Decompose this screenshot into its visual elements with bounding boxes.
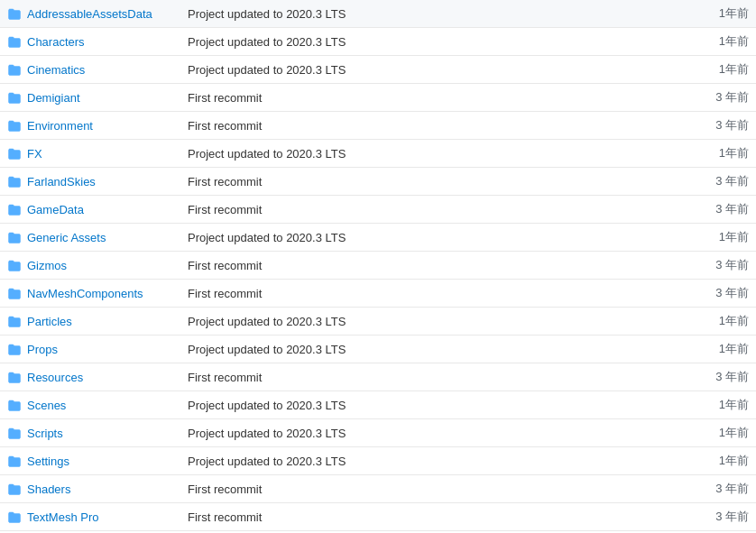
folder-name-link[interactable]: Settings [27, 455, 69, 468]
folder-name-link[interactable]: Scenes [27, 399, 66, 412]
folder-name-link[interactable]: GameData [27, 203, 84, 216]
col-commit-11: Project updated to 2020.3 LTS [188, 315, 677, 328]
col-commit-3: First recommit [188, 91, 677, 105]
folder-name-link[interactable]: TextMesh Pro [27, 510, 98, 524]
folder-name-link[interactable]: Resources [27, 371, 83, 384]
folder-name-link[interactable]: Particles [27, 315, 72, 328]
col-commit-18: First recommit [188, 510, 677, 524]
commit-message-link[interactable]: First recommit [188, 371, 262, 384]
table-row: Cinematics Project updated to 2020.3 LTS… [0, 56, 756, 84]
col-time-15: 1年前 [677, 425, 749, 441]
folder-name-link[interactable]: Cinematics [27, 63, 85, 77]
col-name-13: Resources [7, 371, 188, 384]
folder-icon [7, 288, 22, 299]
col-commit-0: Project updated to 2020.3 LTS [188, 7, 677, 21]
col-name-8: Generic Assets [7, 231, 188, 244]
commit-message-link[interactable]: First recommit [188, 510, 262, 524]
col-name-6: FarlandSkies [7, 175, 188, 188]
col-name-3: Demigiant [7, 91, 188, 105]
table-row: Environment First recommit 3 年前 [0, 112, 756, 140]
table-row: NavMeshComponents First recommit 3 年前 [0, 280, 756, 308]
table-row: AddressableAssetsData Project updated to… [0, 0, 756, 28]
commit-message-link[interactable]: Project updated to 2020.3 LTS [188, 63, 346, 77]
table-row: TextMesh Pro First recommit 3 年前 [0, 503, 756, 531]
folder-icon [7, 120, 22, 132]
folder-name-link[interactable]: FarlandSkies [27, 175, 96, 188]
col-name-16: Settings [7, 455, 188, 468]
folder-icon [7, 64, 22, 76]
folder-icon [7, 260, 22, 271]
col-time-0: 1年前 [677, 5, 749, 22]
folder-icon [7, 8, 22, 20]
commit-message-link[interactable]: Project updated to 2020.3 LTS [188, 427, 346, 440]
col-commit-15: Project updated to 2020.3 LTS [188, 427, 677, 440]
col-commit-1: Project updated to 2020.3 LTS [188, 35, 677, 49]
folder-name-link[interactable]: NavMeshComponents [27, 287, 143, 300]
folder-name-link[interactable]: Props [27, 343, 58, 356]
commit-message-link[interactable]: First recommit [188, 287, 262, 300]
col-commit-6: First recommit [188, 175, 677, 188]
col-name-7: GameData [7, 203, 188, 216]
table-row: Generic Assets Project updated to 2020.3… [0, 224, 756, 252]
commit-message-link[interactable]: Project updated to 2020.3 LTS [188, 455, 346, 468]
folder-name-link[interactable]: Generic Assets [27, 231, 106, 244]
table-row: Scripts Project updated to 2020.3 LTS 1年… [0, 419, 756, 447]
col-commit-16: Project updated to 2020.3 LTS [188, 455, 677, 468]
commit-message-link[interactable]: Project updated to 2020.3 LTS [188, 399, 346, 412]
col-time-10: 3 年前 [677, 285, 749, 301]
table-row: Gizmos First recommit 3 年前 [0, 252, 756, 280]
col-commit-10: First recommit [188, 287, 677, 300]
col-commit-5: Project updated to 2020.3 LTS [188, 147, 677, 161]
commit-message-link[interactable]: First recommit [188, 482, 262, 496]
folder-name-link[interactable]: Demigiant [27, 91, 80, 105]
col-commit-14: Project updated to 2020.3 LTS [188, 399, 677, 412]
folder-name-link[interactable]: Characters [27, 35, 85, 49]
table-row: FX Project updated to 2020.3 LTS 1年前 [0, 140, 756, 168]
folder-name-link[interactable]: Environment [27, 119, 93, 133]
table-row: Demigiant First recommit 3 年前 [0, 84, 756, 112]
col-time-1: 1年前 [677, 33, 749, 50]
col-time-8: 1年前 [677, 229, 749, 245]
folder-name-link[interactable]: Shaders [27, 482, 70, 496]
commit-message-link[interactable]: Project updated to 2020.3 LTS [188, 147, 346, 161]
col-commit-17: First recommit [188, 482, 677, 496]
table-row: Shaders First recommit 3 年前 [0, 475, 756, 503]
folder-icon [7, 36, 22, 48]
folder-name-link[interactable]: Scripts [27, 427, 63, 440]
col-commit-13: First recommit [188, 371, 677, 384]
col-name-17: Shaders [7, 482, 188, 496]
col-name-2: Cinematics [7, 63, 188, 77]
folder-icon [7, 455, 22, 467]
col-time-5: 1年前 [677, 145, 749, 161]
col-time-9: 3 年前 [677, 257, 749, 273]
col-time-14: 1年前 [677, 397, 749, 413]
folder-name-link[interactable]: AddressableAssetsData [27, 7, 152, 21]
folder-icon [7, 483, 22, 495]
col-time-2: 1年前 [677, 61, 749, 78]
commit-message-link[interactable]: Project updated to 2020.3 LTS [188, 35, 346, 49]
folder-name-link[interactable]: Gizmos [27, 259, 67, 272]
table-row: Settings Project updated to 2020.3 LTS 1… [0, 447, 756, 475]
col-time-16: 1年前 [677, 453, 749, 469]
commit-message-link[interactable]: First recommit [188, 119, 262, 133]
folder-icon [7, 400, 22, 411]
folder-name-link[interactable]: FX [27, 147, 42, 161]
col-time-11: 1年前 [677, 313, 749, 329]
col-name-11: Particles [7, 315, 188, 328]
col-time-13: 3 年前 [677, 369, 749, 385]
col-commit-9: First recommit [188, 259, 677, 272]
col-name-15: Scripts [7, 427, 188, 440]
commit-message-link[interactable]: Project updated to 2020.3 LTS [188, 343, 346, 356]
folder-icon [7, 344, 22, 355]
folder-icon [7, 204, 22, 216]
commit-message-link[interactable]: Project updated to 2020.3 LTS [188, 231, 346, 244]
col-name-5: FX [7, 147, 188, 161]
col-time-12: 1年前 [677, 341, 749, 357]
commit-message-link[interactable]: First recommit [188, 259, 262, 272]
commit-message-link[interactable]: First recommit [188, 203, 262, 216]
col-name-12: Props [7, 343, 188, 356]
commit-message-link[interactable]: First recommit [188, 175, 262, 188]
commit-message-link[interactable]: Project updated to 2020.3 LTS [188, 315, 346, 328]
commit-message-link[interactable]: Project updated to 2020.3 LTS [188, 7, 346, 21]
commit-message-link[interactable]: First recommit [188, 91, 262, 105]
